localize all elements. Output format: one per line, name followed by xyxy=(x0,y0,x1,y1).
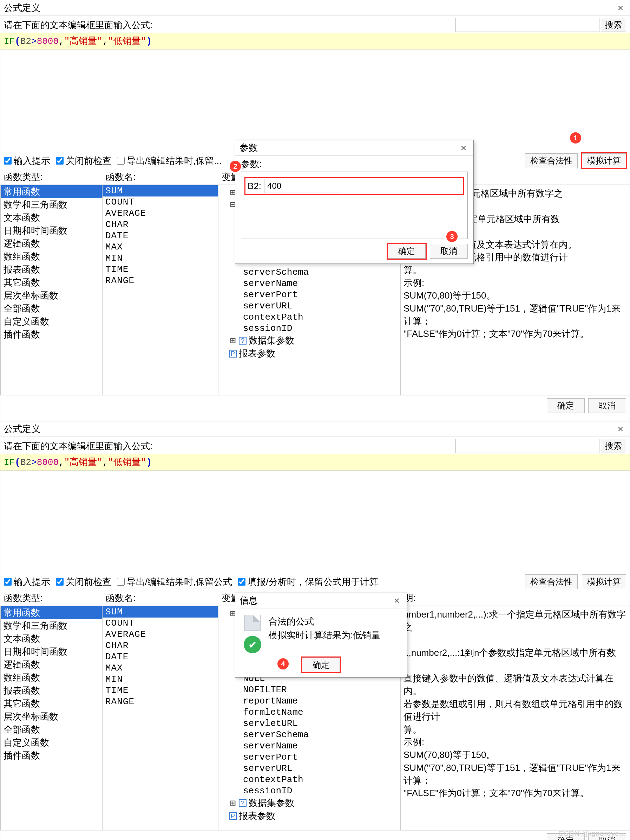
param-cell-input[interactable] xyxy=(264,179,341,193)
search-input[interactable] xyxy=(456,439,600,453)
chk-export[interactable]: 导出/编辑结果时,保留... xyxy=(117,155,222,167)
chk-hint[interactable]: 输入提示 xyxy=(4,155,50,167)
func-name-item[interactable]: SUM xyxy=(103,185,218,196)
func-type-item[interactable]: 数组函数 xyxy=(1,250,102,263)
tree-item[interactable]: serverPort xyxy=(220,752,398,763)
func-type-list[interactable]: 常用函数 数学和三角函数 文本函数 日期和时间函数 逻辑函数 数组函数 报表函数… xyxy=(0,185,102,395)
func-type-item[interactable]: 层次坐标函数 xyxy=(1,710,102,723)
tree-item[interactable]: contextPath xyxy=(220,311,398,323)
func-type-item[interactable]: 报表函数 xyxy=(1,684,102,697)
chk-hint[interactable]: 输入提示 xyxy=(4,576,50,588)
info-ok-button[interactable]: 确定 xyxy=(302,658,340,672)
prompt-row: 请在下面的文本编辑框里面输入公式: 搜索 xyxy=(0,437,630,454)
tree-group[interactable]: P报表参数 xyxy=(220,810,398,823)
func-name-item[interactable]: TIME xyxy=(103,685,218,696)
tree-item[interactable]: serverURL xyxy=(220,300,398,311)
func-name-item[interactable]: CHAR xyxy=(103,640,218,651)
search-input[interactable] xyxy=(456,18,600,32)
func-type-item[interactable]: 其它函数 xyxy=(1,276,102,289)
func-name-item[interactable]: COUNT xyxy=(103,617,218,629)
ok-button[interactable]: 确定 xyxy=(547,833,585,840)
tree-item[interactable]: servletURL xyxy=(220,718,398,729)
func-type-item[interactable]: 常用函数 xyxy=(1,185,102,198)
func-type-item[interactable]: 逻辑函数 xyxy=(1,237,102,250)
func-name-item[interactable]: TIME xyxy=(103,264,218,275)
tree-item[interactable]: serverName xyxy=(220,278,398,289)
func-type-item[interactable]: 日期和时间函数 xyxy=(1,645,102,658)
func-type-item[interactable]: 文本函数 xyxy=(1,211,102,224)
tree-item[interactable]: reportName xyxy=(220,695,398,707)
func-type-item[interactable]: 自定义函数 xyxy=(1,315,102,328)
func-name-item[interactable]: MIN xyxy=(103,253,218,264)
tree-item[interactable]: formletName xyxy=(220,707,398,718)
ok-button[interactable]: 确定 xyxy=(547,398,585,413)
tree-item[interactable]: serverName xyxy=(220,741,398,752)
close-icon[interactable]: × xyxy=(458,142,469,154)
func-name-item[interactable]: SUM xyxy=(103,606,218,617)
func-type-item[interactable]: 常用函数 xyxy=(1,606,102,619)
tree-item[interactable]: serverURL xyxy=(220,763,398,774)
simulate-button[interactable]: 模拟计算 xyxy=(582,153,626,168)
func-name-item[interactable]: MAX xyxy=(103,242,218,253)
func-name-item[interactable]: RANGE xyxy=(103,696,218,707)
func-type-item[interactable]: 自定义函数 xyxy=(1,736,102,749)
func-type-item[interactable]: 插件函数 xyxy=(1,328,102,341)
chk-close-check[interactable]: 关闭前检查 xyxy=(56,576,111,588)
tree-group[interactable]: ⊞?数据集参数 xyxy=(220,334,398,347)
func-name-list[interactable]: SUM COUNT AVERAGE CHAR DATE MAX MIN TIME… xyxy=(102,185,218,395)
param-cancel-button[interactable]: 取消 xyxy=(430,244,468,259)
expand-icon[interactable]: ⊞ xyxy=(229,797,237,809)
func-name-item[interactable]: DATE xyxy=(103,651,218,662)
func-type-item[interactable]: 其它函数 xyxy=(1,697,102,710)
func-name-item[interactable]: MIN xyxy=(103,674,218,685)
func-name-item[interactable]: RANGE xyxy=(103,275,218,286)
param-cell-label: B2: xyxy=(248,181,261,191)
close-icon[interactable]: × xyxy=(615,423,626,435)
chk-close-check[interactable]: 关闭前检查 xyxy=(56,155,111,167)
tree-item[interactable]: NOFILTER xyxy=(220,684,398,695)
func-name-item[interactable]: CHAR xyxy=(103,219,218,230)
check-validity-button[interactable]: 检查合法性 xyxy=(525,575,578,589)
func-type-item[interactable]: 层次坐标函数 xyxy=(1,289,102,302)
func-type-item[interactable]: 报表函数 xyxy=(1,263,102,276)
tree-item[interactable]: sessionID xyxy=(220,323,398,334)
func-name-item[interactable]: MAX xyxy=(103,662,218,674)
func-type-item[interactable]: 数学和三角函数 xyxy=(1,619,102,632)
func-type-item[interactable]: 文本函数 xyxy=(1,632,102,645)
cancel-button[interactable]: 取消 xyxy=(588,833,626,840)
tree-item[interactable]: contextPath xyxy=(220,774,398,785)
search-button[interactable]: 搜索 xyxy=(601,439,626,453)
func-type-item[interactable]: 全部函数 xyxy=(1,302,102,315)
expand-icon[interactable]: ⊞ xyxy=(229,335,237,346)
close-icon[interactable]: × xyxy=(391,595,402,606)
tree-group[interactable]: P报表参数 xyxy=(220,347,398,360)
close-icon[interactable]: × xyxy=(615,2,626,14)
param-ok-button[interactable]: 确定 xyxy=(388,244,426,259)
chk-analyze[interactable]: 填报/分析时，保留公式用于计算 xyxy=(238,576,378,588)
func-name-list[interactable]: SUM COUNT AVERAGE CHAR DATE MAX MIN TIME… xyxy=(102,606,218,830)
func-name-item[interactable]: DATE xyxy=(103,230,218,242)
tree-item[interactable]: serverPort xyxy=(220,289,398,300)
func-type-item[interactable]: 数学和三角函数 xyxy=(1,198,102,211)
chk-export[interactable]: 导出/编辑结果时,保留公式 xyxy=(117,576,232,588)
func-type-item[interactable]: 数组函数 xyxy=(1,671,102,684)
options-row: 输入提示 关闭前检查 导出/编辑结果时,保留公式 填报/分析时，保留公式用于计算… xyxy=(0,572,630,591)
func-type-item[interactable]: 全部函数 xyxy=(1,723,102,736)
formula-editor[interactable]: IF(B2>8000,"高销量","低销量") xyxy=(0,33,630,49)
formula-editor[interactable]: IF(B2>8000,"高销量","低销量") xyxy=(0,454,630,471)
func-name-item[interactable]: AVERAGE xyxy=(103,208,218,219)
tree-group[interactable]: ⊞?数据集参数 xyxy=(220,796,398,810)
tree-item[interactable]: sessionID xyxy=(220,785,398,796)
tree-item[interactable]: serverSchema xyxy=(220,267,398,278)
search-button[interactable]: 搜索 xyxy=(601,18,626,32)
func-name-item[interactable]: AVERAGE xyxy=(103,629,218,640)
func-type-list[interactable]: 常用函数 数学和三角函数 文本函数 日期和时间函数 逻辑函数 数组函数 报表函数… xyxy=(0,606,102,830)
check-validity-button[interactable]: 检查合法性 xyxy=(525,153,578,168)
func-type-item[interactable]: 逻辑函数 xyxy=(1,658,102,671)
func-name-item[interactable]: COUNT xyxy=(103,196,218,208)
cancel-button[interactable]: 取消 xyxy=(588,398,626,413)
simulate-button[interactable]: 模拟计算 xyxy=(582,575,626,589)
tree-item[interactable]: serverSchema xyxy=(220,729,398,741)
func-type-item[interactable]: 插件函数 xyxy=(1,749,102,762)
func-type-item[interactable]: 日期和时间函数 xyxy=(1,224,102,237)
